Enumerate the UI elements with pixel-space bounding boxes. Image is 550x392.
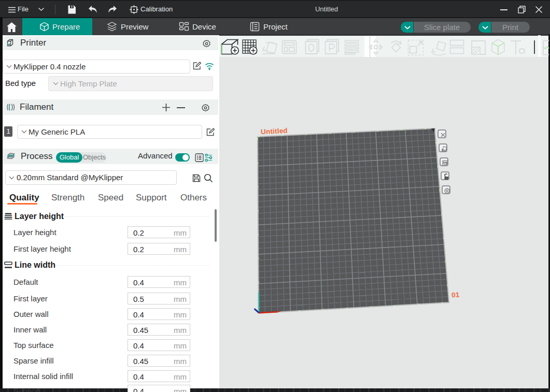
svg-text:AUTO: AUTO [265, 41, 274, 44]
